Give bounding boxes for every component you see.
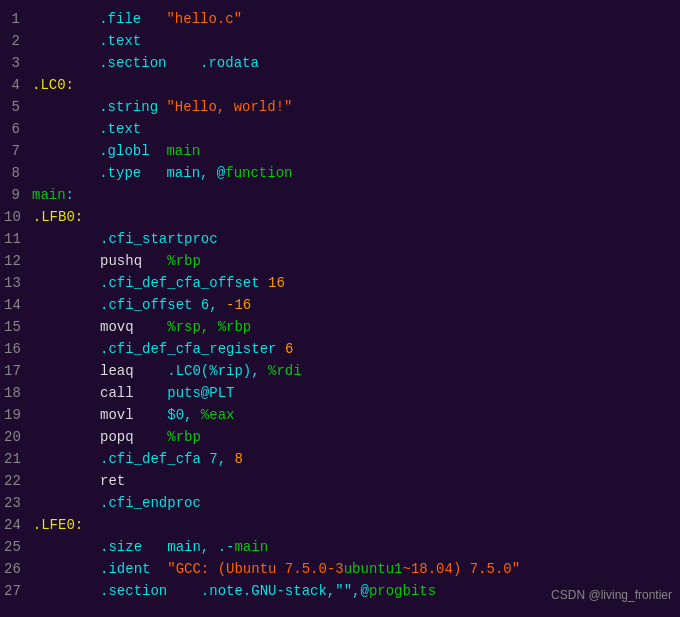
code-line: 9main: [0,184,680,206]
token [33,253,100,269]
token: .LFB0: [33,209,83,225]
code-line: 16 .cfi_def_cfa_register 6 [0,338,680,360]
line-number: 21 [4,448,33,470]
token: function [225,165,292,181]
token: ret [100,473,125,489]
token: $0, [134,407,201,423]
line-number: 17 [4,360,33,382]
line-number: 22 [4,470,33,492]
token: .cfi_def_cfa_offset [33,275,268,291]
line-content: .string "Hello, world!" [32,96,292,118]
line-content: .section .note.GNU-stack,"",@progbits [33,580,436,602]
token: leaq [100,363,134,379]
line-content: .type main, @function [32,162,292,184]
token: ~18.04) 7.5.0" [403,561,521,577]
code-line: 18 call puts@PLT [0,382,680,404]
code-line: 23 .cfi_endproc [0,492,680,514]
code-line: 6 .text [0,118,680,140]
line-number: 14 [4,294,33,316]
code-line: 7 .globl main [0,140,680,162]
token: .ident [33,561,167,577]
token [142,253,167,269]
line-number: 24 [4,514,33,536]
token [134,429,168,445]
line-content: .cfi_startproc [33,228,218,250]
line-content: .cfi_def_cfa 7, 8 [33,448,243,470]
line-content: .globl main [32,140,200,162]
token: 8 [234,451,242,467]
line-content: .cfi_def_cfa_register 6 [33,338,293,360]
line-number: 6 [4,118,32,140]
token: %rsp, [134,319,218,335]
code-line: 13 .cfi_def_cfa_offset 16 [0,272,680,294]
code-line: 19 movl $0, %eax [0,404,680,426]
watermark: CSDN @living_frontier [551,588,672,602]
line-number: 25 [4,536,33,558]
token: .section .note.GNU-stack,"",@ [33,583,369,599]
token: .section .rodata [32,55,259,71]
token: %rbp [167,253,201,269]
line-content: .LC0: [32,74,74,96]
line-content: movq %rsp, %rbp [33,316,251,338]
token: 6 [285,341,293,357]
line-content: main: [32,184,74,206]
token: main [166,143,200,159]
token: %rdi [268,363,302,379]
token: %rbp [218,319,252,335]
token: main [32,187,66,203]
line-number: 5 [4,96,32,118]
code-line: 25 .size main, .-main [0,536,680,558]
line-content: ret [33,470,125,492]
token [33,363,100,379]
line-content: .LFB0: [33,206,83,228]
code-line: 8 .type main, @function [0,162,680,184]
token: 16 [268,275,285,291]
token: .cfi_def_cfa_register [33,341,285,357]
code-line: 21 .cfi_def_cfa 7, 8 [0,448,680,470]
code-line: 20 popq %rbp [0,426,680,448]
token: main [234,539,268,555]
line-content: popq %rbp [33,426,201,448]
code-line: 10.LFB0: [0,206,680,228]
token: popq [100,429,134,445]
token [33,319,100,335]
code-line: 22 ret [0,470,680,492]
token: .LC0: [32,77,74,93]
token: .text [32,121,141,137]
line-content: .file "hello.c" [32,8,242,30]
token: ubuntu1 [344,561,403,577]
token: .file [32,11,166,27]
line-content: call puts@PLT [33,382,235,404]
token: : [66,187,74,203]
code-line: 11 .cfi_startproc [0,228,680,250]
code-line: 4.LC0: [0,74,680,96]
line-number: 11 [4,228,33,250]
line-number: 7 [4,140,32,162]
line-number: 20 [4,426,33,448]
line-number: 13 [4,272,33,294]
line-content: .text [32,118,141,140]
token: movq [100,319,134,335]
line-number: 15 [4,316,33,338]
token: -16 [226,297,251,313]
token: %rbp [167,429,201,445]
code-viewer: 1 .file "hello.c"2 .text3 .section .roda… [0,0,680,610]
token: "GCC: (Ubuntu 7.5.0-3 [167,561,343,577]
token: "hello.c" [166,11,242,27]
token: call [100,385,134,401]
token: .text [32,33,141,49]
token: movl [100,407,134,423]
line-content: leaq .LC0(%rip), %rdi [33,360,302,382]
line-content: pushq %rbp [33,250,201,272]
line-number: 19 [4,404,33,426]
line-content: .ident "GCC: (Ubuntu 7.5.0-3ubuntu1~18.0… [33,558,520,580]
token: puts@PLT [134,385,235,401]
line-content: .cfi_offset 6, -16 [33,294,251,316]
token: .size main, .- [33,539,235,555]
line-content: movl $0, %eax [33,404,235,426]
token [33,407,100,423]
code-line: 12 pushq %rbp [0,250,680,272]
token: .cfi_startproc [33,231,218,247]
token: .cfi_offset 6, [33,297,226,313]
code-line: 26 .ident "GCC: (Ubuntu 7.5.0-3ubuntu1~1… [0,558,680,580]
